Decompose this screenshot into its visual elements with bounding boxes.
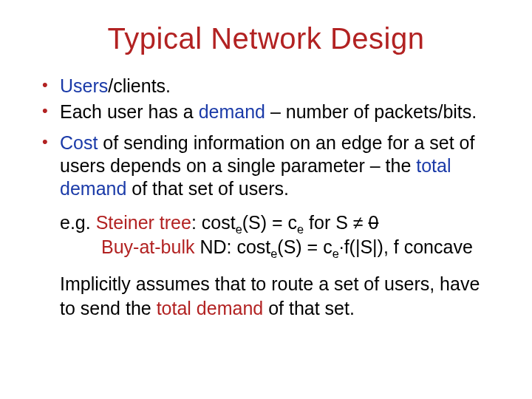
bullet-users: Users/clients. — [41, 75, 499, 98]
bab-label: Buy-at-bulk — [101, 236, 194, 257]
bab-dotf: ·f(|S|), f concave — [339, 236, 473, 257]
bullet-demand: Each user has a demand – number of packe… — [41, 100, 499, 123]
example-block: e.g. Steiner tree: coste(S) = ce for S ≠… — [60, 211, 499, 259]
steiner-cost-sub: e — [236, 222, 242, 236]
bab-c-sub: e — [332, 247, 339, 260]
bab-line: Buy-at-bulk ND: coste(S) = ce·f(|S|), f … — [60, 235, 499, 259]
demand-post: – number of packets/bits. — [265, 101, 477, 122]
bab-eq: (S) = c — [277, 236, 332, 257]
demand-pre: Each user has a — [60, 101, 199, 122]
steiner-label: Steiner tree — [96, 212, 191, 233]
users-word: Users — [60, 75, 108, 96]
implicit-note: Implicitly assumes that to route a set o… — [60, 272, 499, 320]
steiner-eq: (S) = c — [242, 212, 297, 233]
bab-cost: cost — [236, 236, 270, 257]
steiner-c-sub: e — [297, 222, 304, 236]
demand-word: demand — [199, 101, 265, 122]
cost-post: of that set of users. — [126, 178, 289, 199]
bab-cost-sub: e — [270, 247, 277, 260]
bab-tail1: ND: — [194, 236, 236, 257]
imp-total-demand: total demand — [157, 298, 264, 318]
cost-word: Cost — [60, 132, 98, 153]
imp-post: of that set. — [263, 298, 355, 318]
bullet-list: Users/clients. Each user has a demand – … — [41, 75, 499, 200]
users-rest: /clients. — [108, 75, 171, 96]
steiner-colon: : — [191, 212, 202, 233]
bullet-cost: Cost of sending information on an edge f… — [41, 132, 499, 201]
steiner-tail: for S ≠ — [304, 212, 368, 233]
emptyset-icon: 0 — [368, 212, 378, 233]
eg-lead: e.g. — [60, 212, 96, 233]
steiner-cost: cost — [202, 212, 236, 233]
cost-mid: of sending information on an edge for a … — [60, 132, 474, 176]
slide: Typical Network Design Users/clients. Ea… — [0, 0, 532, 399]
slide-title: Typical Network Design — [33, 22, 499, 55]
